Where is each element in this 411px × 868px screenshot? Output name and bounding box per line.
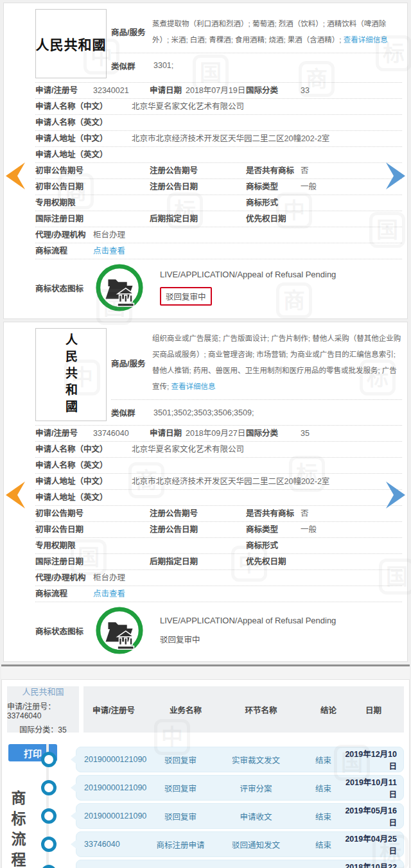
process-rows: 20190000121090 驳回复审 实审裁文发文 结束 2019年12月10…: [76, 747, 404, 868]
row-app-no[interactable]: 33746040: [84, 840, 152, 849]
row-step: 评审分案: [209, 782, 302, 794]
field-row: 申请人地址（英文）: [35, 490, 402, 506]
row-business: 驳回复审: [152, 782, 209, 794]
app-date-label: 申请日期: [150, 85, 182, 96]
intl-class-label: 国际分类: [246, 85, 301, 96]
row-app-no[interactable]: 20190000121090: [84, 812, 152, 820]
field-row: 代理/办理机构柜台办理: [35, 227, 402, 243]
bubble-tail: [71, 840, 76, 849]
status-row: 商标状态图标 LIVE/APPLICATION/Appeal of Refusa…: [35, 602, 402, 661]
tm-type-label: 商标类型: [246, 525, 301, 535]
field-row: 申请人地址（英文）: [35, 147, 402, 163]
tm-form-label: 商标形式: [246, 198, 278, 208]
priority-date-label: 优先权日期: [246, 214, 286, 224]
row-business: 商标注册申请: [152, 838, 209, 851]
field-row: 申请/注册号32340021 申请日期2018年07月19日 国际分类33: [35, 83, 402, 99]
view-details-link[interactable]: 查看详细信息: [344, 36, 388, 44]
tm-process-label: 商标流程: [35, 589, 93, 599]
field-row: 初审公告日期 注册公告日期 商标类型一般: [35, 522, 402, 538]
field-row: 国际注册日期 后期指定日期 优先权日期: [35, 211, 402, 227]
intl-class-label: 国际分类: [246, 428, 301, 438]
goods-services-row: 商品/服务 蒸煮提取物（利口酒和烈酒）; 葡萄酒; 烈酒（饮料）; 酒精饮料（啤…: [111, 13, 402, 51]
agency-value: 柜台办理: [93, 573, 125, 582]
trademark-card-2: 人民共和國 商品/服务 组织商业或广告展览; 广告版面设计; 广告片制作; 替他…: [3, 322, 408, 662]
row-result: 结束: [302, 782, 344, 794]
shared-tm-value: 否: [301, 509, 309, 518]
agency-value: 柜台办理: [93, 230, 125, 239]
field-row: 初审公告期号 注册公告期号 是否共有商标否: [35, 163, 402, 179]
tm-process-label: 商标流程: [35, 246, 93, 256]
status-chinese-badge: 驳回复审中: [160, 287, 212, 306]
trademark-process-panel: 人民共和国 申请/注册号：33746040 国际分类：35 申请/注册号 业务名…: [1, 679, 410, 868]
applicant-cn-value: 北京华夏名家文化艺术有限公司: [132, 102, 244, 111]
status-english-text: LIVE/APPLICATION/Appeal of Refusal Pendi…: [160, 270, 336, 279]
applicant-cn-label: 申请人名称（中文）: [35, 101, 132, 112]
agency-label: 代理/办理机构: [35, 573, 93, 583]
agency-label: 代理/办理机构: [35, 230, 93, 240]
applicant-cn-label: 申请人名称（中文）: [35, 444, 132, 455]
app-no-label: 申请/注册号: [35, 428, 93, 438]
trademark-image: 人民共和國: [35, 328, 107, 421]
similar-group-label: 类似群: [111, 60, 152, 72]
trademark-detail-page: 人民共和國 商品/服务 蒸煮提取物（利口酒和烈酒）; 葡萄酒; 烈酒（饮料）; …: [0, 0, 411, 868]
click-to-view-link[interactable]: 点击查看: [93, 589, 125, 598]
reg-notice-no-label: 注册公告期号: [150, 508, 198, 519]
row-date: 2018年10月22日: [344, 860, 397, 868]
row-app-no[interactable]: 20190000121090: [84, 783, 152, 792]
app-no-value: 32340021: [93, 86, 129, 95]
address-cn-label: 申请人地址（中文）: [35, 476, 132, 487]
timeline-dot-icon: [41, 837, 57, 852]
intl-reg-date-label: 国际注册日期: [35, 214, 83, 224]
status-chinese-text: 驳回复审中: [160, 633, 200, 645]
address-en-label: 申请人地址（英文）: [35, 492, 132, 503]
field-row: 申请人名称（中文）北京华夏名家文化艺术有限公司: [35, 442, 402, 458]
intl-class-value: 35: [301, 429, 310, 438]
divider: [111, 399, 402, 400]
app-no-label: 申请/注册号: [35, 85, 93, 96]
header-step: 环节名称: [214, 704, 308, 716]
summary-class: 国际分类：35: [19, 724, 66, 734]
status-english-text: LIVE/APPLICATION/Appeal of Refusal Pendi…: [160, 616, 336, 625]
tm-form-label: 商标形式: [246, 541, 278, 551]
applicant-cn-value: 北京华夏名家文化艺术有限公司: [132, 445, 244, 454]
address-cn-value: 北京市北京经济技术开发区天华园二里二区20幢202-2室: [132, 134, 329, 143]
app-date-value: 2018年07月19日: [186, 86, 245, 95]
timeline-dot-icon: [41, 808, 57, 824]
prev-arrow-icon[interactable]: [6, 482, 25, 508]
similar-group-value: 3501;3502;3503;3506;3509;: [153, 408, 254, 417]
view-details-link[interactable]: 查看详细信息: [171, 383, 215, 390]
trademark-image: 人民共和國: [35, 9, 107, 78]
field-row: 申请/注册号33746040 申请日期2018年09月27日 国际分类35: [35, 426, 402, 442]
field-row: 代理/办理机构柜台办理: [35, 570, 402, 586]
address-cn-label: 申请人地址（中文）: [35, 134, 132, 144]
row-app-no[interactable]: 20190000121090: [84, 755, 152, 764]
tm-type-value: 一般: [301, 182, 317, 191]
field-row: 初审公告期号 注册公告期号 是否共有商标否: [35, 506, 402, 522]
table-row: 20190000121090 驳回复审 申请收文 结束 2019年05月16日: [76, 803, 404, 829]
app-no-value: 33746040: [93, 429, 129, 438]
similar-group-label: 类似群: [111, 406, 152, 419]
click-to-view-link[interactable]: 点击查看: [93, 247, 125, 256]
field-row: 国际注册日期 后期指定日期 优先权日期: [35, 554, 402, 570]
row-step: 申请收文: [209, 810, 302, 822]
tm-type-value: 一般: [301, 525, 317, 534]
card-top: 人民共和國 商品/服务 组织商业或广告展览; 广告版面设计; 广告片制作; 替他…: [35, 328, 402, 426]
trademark-summary-box: 人民共和国 申请/注册号：33746040 国际分类：35: [7, 686, 79, 733]
intl-reg-date-label: 国际注册日期: [35, 557, 83, 567]
process-table-header: 申请/注册号 业务名称 环节名称 结论 日期: [83, 686, 404, 733]
first-notice-no-label: 初审公告期号: [35, 508, 83, 519]
prev-arrow-icon[interactable]: [6, 162, 25, 189]
timeline-dot-icon: [41, 780, 57, 795]
row-date: 2019年05月16日: [344, 804, 397, 828]
status-icon-label: 商标状态图标: [35, 625, 94, 637]
field-row: 初审公告日期 注册公告日期 商标类型一般: [35, 179, 402, 195]
trademark-name-link[interactable]: 人民共和国: [22, 685, 64, 697]
timeline-dot-icon: [41, 752, 57, 767]
trademark-card-1: 人民共和國 商品/服务 蒸煮提取物（利口酒和烈酒）; 葡萄酒; 烈酒（饮料）; …: [3, 3, 408, 319]
address-cn-value: 北京市北京经济技术开发区天华园二里二区20幢202-2室: [132, 477, 329, 486]
table-row: 20190000121090 驳回复审 实审裁文发文 结束 2019年12月10…: [76, 747, 404, 772]
field-row: 申请人地址（中文）北京市北京经济技术开发区天华园二里二区20幢202-2室: [35, 474, 402, 490]
app-date-label: 申请日期: [150, 428, 182, 438]
first-notice-date-label: 初审公告日期: [35, 182, 83, 192]
header-business: 业务名称: [157, 704, 214, 716]
